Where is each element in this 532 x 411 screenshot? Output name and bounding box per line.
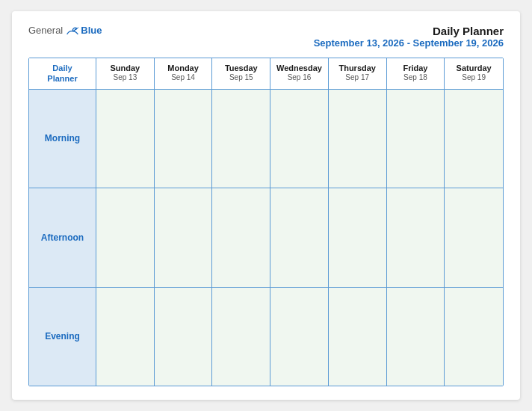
cell-morning-wed[interactable]	[270, 90, 329, 188]
cell-evening-sun[interactable]	[96, 288, 155, 386]
logo-blue-text: Blue	[81, 25, 102, 36]
row-evening: Evening	[29, 288, 503, 386]
col-header-fri: Friday Sep 18	[387, 58, 445, 90]
header: General Blue Daily Planner September 13,…	[28, 25, 504, 49]
cell-morning-tue[interactable]	[212, 90, 270, 188]
logo-text: General Blue	[28, 25, 102, 36]
cell-morning-sat[interactable]	[445, 90, 503, 188]
cell-evening-fri[interactable]	[387, 288, 445, 386]
cell-afternoon-wed[interactable]	[270, 188, 329, 286]
col-header-wed: Wednesday Sep 16	[270, 58, 329, 90]
cell-evening-thu[interactable]	[329, 288, 387, 386]
row-label-morning: Morning	[29, 90, 96, 188]
cell-morning-sun[interactable]	[96, 90, 155, 188]
planner-page: General Blue Daily Planner September 13,…	[12, 11, 520, 400]
cell-evening-mon[interactable]	[155, 288, 213, 386]
cell-evening-tue[interactable]	[212, 288, 270, 386]
cell-afternoon-tue[interactable]	[212, 188, 270, 286]
row-label-evening: Evening	[29, 288, 96, 386]
col-label-daily: Daily	[32, 63, 93, 73]
cell-evening-sat[interactable]	[445, 288, 503, 386]
col-header-label: Daily Planner	[29, 58, 96, 90]
cell-evening-wed[interactable]	[270, 288, 329, 386]
logo-bird-icon	[66, 25, 79, 36]
col-header-sun: Sunday Sep 13	[96, 58, 155, 90]
row-label-afternoon: Afternoon	[29, 188, 96, 286]
logo-area: General Blue	[28, 25, 102, 36]
col-header-sat: Saturday Sep 19	[445, 58, 503, 90]
cell-afternoon-mon[interactable]	[155, 188, 213, 286]
cell-morning-thu[interactable]	[329, 90, 387, 188]
planner-title: Daily Planner	[314, 25, 504, 37]
col-header-thu: Thursday Sep 17	[329, 58, 387, 90]
table-body: Morning Afternoon Evening	[29, 90, 503, 386]
cell-morning-mon[interactable]	[155, 90, 213, 188]
title-area: Daily Planner September 13, 2026 - Septe…	[314, 25, 504, 49]
row-morning: Morning	[29, 90, 503, 188]
cell-afternoon-fri[interactable]	[387, 188, 445, 286]
col-header-mon: Monday Sep 14	[155, 58, 213, 90]
col-label-planner: Planner	[32, 73, 93, 84]
cell-afternoon-thu[interactable]	[329, 188, 387, 286]
logo-general-text: General	[28, 25, 63, 36]
cell-afternoon-sun[interactable]	[96, 188, 155, 286]
table-header: Daily Planner Sunday Sep 13 Monday Sep 1…	[29, 58, 503, 90]
row-afternoon: Afternoon	[29, 188, 503, 287]
planner-date-range: September 13, 2026 - September 19, 2026	[314, 37, 504, 49]
cell-morning-fri[interactable]	[387, 90, 445, 188]
planner-table: Daily Planner Sunday Sep 13 Monday Sep 1…	[28, 58, 504, 386]
cell-afternoon-sat[interactable]	[445, 188, 503, 286]
col-header-tue: Tuesday Sep 15	[212, 58, 270, 90]
